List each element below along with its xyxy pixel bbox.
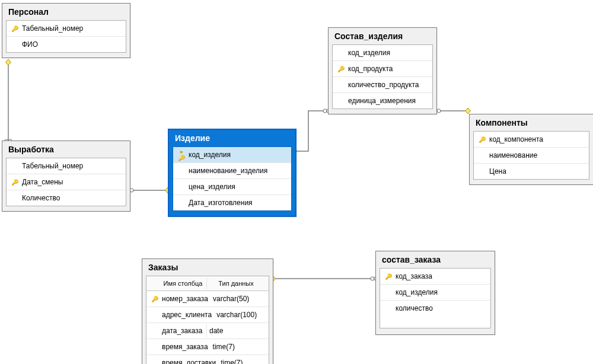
table-row[interactable]: · время_заказа time(7) <box>146 339 269 355</box>
diagram-canvas[interactable]: Персонал 🔑 Табельный_номер · ФИО Выработ… <box>0 0 593 364</box>
entity-columns: · Табельный_номер 🔑 Дата_смены · Количес… <box>6 158 126 206</box>
column-type: date <box>207 327 265 335</box>
key-icon: · <box>150 344 160 350</box>
column-name: Цена <box>487 167 585 175</box>
column-name: Количество <box>20 194 122 202</box>
entity-columns: · Имя столбца Тип данных 🔑 номер_заказа … <box>146 276 269 364</box>
key-icon: · <box>477 152 487 159</box>
column-name: дата_заказа <box>160 327 206 335</box>
table-row[interactable]: 🔑 номер_заказа varchar(50) <box>146 291 269 307</box>
key-icon: 🔑 <box>10 179 20 186</box>
column-name: код_изделия <box>393 288 487 296</box>
table-row[interactable]: · единица_измерения <box>333 93 432 108</box>
column-name: код_изделия <box>346 49 429 57</box>
key-icon: · <box>150 328 160 334</box>
table-row[interactable]: · адрес_клиента varchar(100) <box>146 307 269 323</box>
column-name: время_заказа <box>160 343 211 351</box>
column-name: количество <box>393 304 487 312</box>
key-icon: · <box>384 289 393 296</box>
entity-title: Персонал <box>2 4 130 20</box>
table-row[interactable]: · наименование_изделия <box>173 163 291 179</box>
entity-product-composition[interactable]: Состав_изделия · код_изделия 🔑 код_проду… <box>328 27 437 114</box>
entity-columns: 🔑 код_компонента · наименование · Цена <box>473 131 589 180</box>
column-type: varchar(100) <box>214 311 272 319</box>
table-row[interactable]: · дата_заказа date <box>146 323 269 339</box>
entity-title: Выработка <box>2 141 130 158</box>
table-row[interactable]: · Дата_изготовления <box>173 195 291 210</box>
column-name: код_заказа <box>393 272 487 280</box>
column-name: код_компонента <box>487 135 585 143</box>
key-icon: · <box>336 98 346 104</box>
column-name: наименование <box>487 151 585 159</box>
column-name: Дата_смены <box>20 178 122 186</box>
column-name: код_изделия <box>186 151 288 159</box>
column-name: единица_измерения <box>346 97 429 105</box>
key-icon: · <box>10 41 20 48</box>
key-icon: · <box>150 312 160 318</box>
header-type: Тип данных <box>207 280 265 287</box>
column-name: номер_заказа <box>160 295 211 303</box>
table-row[interactable]: · цена_изделия <box>173 179 291 195</box>
table-row[interactable]: 🔑 Дата_смены <box>7 174 126 190</box>
entity-columns: ▸🔑 код_изделия · наименование_изделия · … <box>173 146 292 211</box>
column-name: количество_продукта <box>346 81 429 89</box>
entity-order-composition[interactable]: состав_заказа 🔑 код_заказа · код_изделия… <box>375 251 495 335</box>
column-type: time(7) <box>211 343 269 351</box>
column-headers: · Имя столбца Тип данных <box>146 276 269 291</box>
column-name: наименование_изделия <box>186 167 288 175</box>
key-icon: 🔑 <box>384 273 393 280</box>
column-type: varchar(50) <box>211 295 269 303</box>
header-name: Имя столбца <box>160 280 206 287</box>
table-row[interactable]: · ФИО <box>7 37 126 52</box>
column-name: Табельный_номер <box>20 24 122 33</box>
column-name: адрес_клиента <box>160 311 214 319</box>
table-row[interactable]: · Цена <box>474 164 589 179</box>
svg-marker-10 <box>466 108 471 114</box>
table-row[interactable]: 🔑 код_продукта <box>333 61 432 77</box>
key-icon: · <box>477 168 487 175</box>
key-icon: · <box>177 168 186 174</box>
key-icon: · <box>150 360 160 365</box>
table-row[interactable]: 🔑 Табельный_номер <box>7 21 126 37</box>
entity-personnel[interactable]: Персонал 🔑 Табельный_номер · ФИО <box>2 3 130 58</box>
key-icon: 🔑 <box>477 136 487 143</box>
column-name: цена_изделия <box>186 183 288 191</box>
entity-title: состав_заказа <box>376 251 495 268</box>
key-icon: · <box>150 280 160 287</box>
entity-columns: 🔑 код_заказа · код_изделия · количество <box>380 268 491 328</box>
key-icon: · <box>336 50 346 56</box>
column-name: время_доставки <box>160 359 218 364</box>
column-type: time(7) <box>218 359 276 364</box>
column-name: Дата_изготовления <box>186 199 288 207</box>
table-row[interactable]: · количество <box>380 301 490 316</box>
table-row[interactable]: · код_изделия <box>380 285 490 301</box>
table-row[interactable]: ▸🔑 код_изделия <box>173 147 291 163</box>
key-icon: · <box>336 82 346 88</box>
entity-columns: 🔑 Табельный_номер · ФИО <box>6 20 126 53</box>
entity-components[interactable]: Компоненты 🔑 код_компонента · наименован… <box>469 114 593 185</box>
entity-title: Компоненты <box>470 114 593 131</box>
key-icon: · <box>177 184 186 190</box>
key-icon: · <box>384 305 393 312</box>
svg-point-12 <box>437 109 441 113</box>
column-name: код_продукта <box>346 65 429 73</box>
key-icon: 🔑 <box>150 296 160 302</box>
table-row[interactable]: · Табельный_номер <box>7 158 126 174</box>
table-row[interactable]: · код_изделия <box>333 45 432 61</box>
entity-orders[interactable]: Заказы · Имя столбца Тип данных 🔑 номер_… <box>142 258 273 364</box>
entity-title: Состав_изделия <box>329 28 436 44</box>
table-row[interactable]: · наименование <box>474 148 589 164</box>
table-row[interactable]: · Количество <box>7 190 126 206</box>
table-row[interactable]: · время_доставки time(7) <box>146 355 269 364</box>
entity-product[interactable]: Изделие ▸🔑 код_изделия · наименование_из… <box>168 129 296 217</box>
entity-output[interactable]: Выработка · Табельный_номер 🔑 Дата_смены… <box>2 141 130 212</box>
svg-marker-1 <box>6 59 11 65</box>
table-row[interactable]: 🔑 код_компонента <box>474 132 589 148</box>
key-icon: · <box>177 200 186 206</box>
key-icon: 🔑 <box>10 25 20 32</box>
entity-columns: · код_изделия 🔑 код_продукта · количеств… <box>332 44 433 109</box>
column-name: Табельный_номер <box>20 162 122 170</box>
table-row[interactable]: 🔑 код_заказа <box>380 269 490 285</box>
table-row[interactable]: · количество_продукта <box>333 77 432 93</box>
key-icon: · <box>10 163 20 170</box>
